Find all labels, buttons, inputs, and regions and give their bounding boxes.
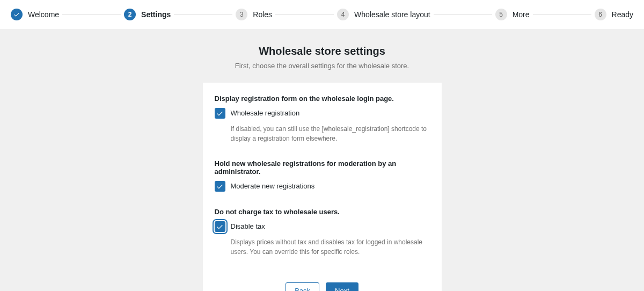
step-circle-active: 2 (124, 9, 136, 20)
step-label: Roles (253, 10, 272, 19)
step-connector (434, 14, 492, 15)
step-circle-upcoming: 6 (595, 9, 606, 20)
step-connector (62, 14, 121, 15)
tax-helper: Displays prices without tax and disables… (231, 237, 430, 257)
tax-section: Do not charge tax to wholesale users. Di… (215, 208, 430, 257)
step-circle-completed (11, 9, 23, 20)
moderation-heading: Hold new wholesale registrations for mod… (215, 159, 430, 176)
check-icon (216, 110, 223, 117)
step-label: More (513, 10, 530, 19)
check-icon (216, 183, 223, 190)
disable-tax-checkbox[interactable] (215, 221, 225, 232)
registration-heading: Display registration form on the wholesa… (215, 94, 430, 103)
step-connector (174, 14, 232, 15)
step-circle-upcoming: 3 (236, 9, 247, 20)
step-settings[interactable]: 2 Settings (124, 9, 171, 20)
moderation-section: Hold new wholesale registrations for mod… (215, 159, 430, 192)
wholesale-registration-label: Wholesale registration (231, 108, 300, 119)
moderate-registrations-checkbox[interactable] (215, 181, 225, 192)
moderate-registrations-label: Moderate new registrations (231, 181, 315, 192)
step-roles[interactable]: 3 Roles (236, 9, 272, 20)
settings-card: Display registration form on the wholesa… (203, 83, 442, 291)
registration-helper: If disabled, you can still use the [whol… (231, 124, 430, 143)
disable-tax-label: Disable tax (231, 221, 265, 232)
page-subtitle: First, choose the overall settings for t… (0, 62, 644, 70)
step-wholesale-store-layout[interactable]: 4 Wholesale store layout (337, 9, 430, 20)
step-welcome[interactable]: Welcome (11, 9, 59, 20)
tax-heading: Do not charge tax to wholesale users. (215, 208, 430, 216)
back-button[interactable]: Back (286, 282, 319, 291)
step-label: Welcome (28, 10, 59, 19)
registration-checkbox-row: Wholesale registration (215, 108, 430, 119)
setup-wizard-stepper: Welcome 2 Settings 3 Roles 4 Wholesale s… (0, 0, 644, 29)
step-ready[interactable]: 6 Ready (595, 9, 633, 20)
check-icon (216, 223, 223, 230)
check-icon (13, 11, 20, 18)
step-connector (275, 14, 334, 15)
step-more[interactable]: 5 More (495, 9, 530, 20)
step-connector (533, 14, 591, 15)
next-button[interactable]: Next (326, 282, 358, 291)
wholesale-registration-checkbox[interactable] (215, 108, 225, 119)
step-circle-upcoming: 5 (495, 9, 507, 20)
wizard-actions: Back Next (215, 282, 430, 291)
page-title: Wholesale store settings (0, 45, 644, 57)
step-label: Settings (141, 10, 171, 19)
registration-section: Display registration form on the wholesa… (215, 94, 430, 143)
moderation-checkbox-row: Moderate new registrations (215, 181, 430, 192)
tax-checkbox-row: Disable tax (215, 221, 430, 232)
step-circle-upcoming: 4 (337, 9, 349, 20)
step-label: Wholesale store layout (354, 10, 430, 19)
main-content: Wholesale store settings First, choose t… (0, 29, 644, 291)
step-label: Ready (612, 10, 633, 19)
